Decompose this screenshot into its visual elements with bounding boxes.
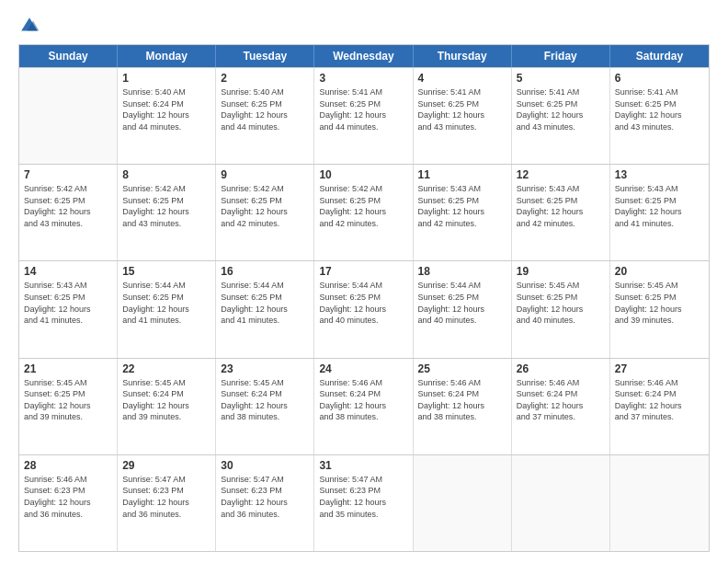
day-number: 17 xyxy=(319,265,407,278)
day-number: 29 xyxy=(122,459,210,472)
calendar-header-day: Monday xyxy=(118,45,216,67)
day-content: Sunrise: 5:41 AM Sunset: 6:25 PM Dayligh… xyxy=(418,86,506,132)
calendar-cell: 24Sunrise: 5:46 AM Sunset: 6:24 PM Dayli… xyxy=(314,359,413,454)
calendar-cell: 29Sunrise: 5:47 AM Sunset: 6:23 PM Dayli… xyxy=(118,455,216,551)
calendar-cell xyxy=(512,455,610,551)
calendar-cell: 18Sunrise: 5:44 AM Sunset: 6:25 PM Dayli… xyxy=(414,261,512,357)
calendar-cell: 14Sunrise: 5:43 AM Sunset: 6:25 PM Dayli… xyxy=(19,261,118,357)
day-content: Sunrise: 5:45 AM Sunset: 6:24 PM Dayligh… xyxy=(221,377,309,423)
calendar-header-day: Tuesday xyxy=(216,45,314,67)
day-content: Sunrise: 5:43 AM Sunset: 6:25 PM Dayligh… xyxy=(517,183,605,229)
calendar-header-day: Thursday xyxy=(414,45,512,67)
calendar-header-day: Friday xyxy=(512,45,610,67)
day-number: 9 xyxy=(221,168,309,181)
day-content: Sunrise: 5:46 AM Sunset: 6:24 PM Dayligh… xyxy=(418,377,506,423)
day-number: 4 xyxy=(418,72,506,85)
logo-icon xyxy=(18,15,40,37)
day-number: 6 xyxy=(615,72,704,85)
calendar-cell xyxy=(414,455,512,551)
calendar-body: 1Sunrise: 5:40 AM Sunset: 6:24 PM Daylig… xyxy=(19,67,709,551)
day-content: Sunrise: 5:40 AM Sunset: 6:25 PM Dayligh… xyxy=(221,86,309,132)
day-number: 26 xyxy=(517,362,605,375)
day-content: Sunrise: 5:42 AM Sunset: 6:25 PM Dayligh… xyxy=(122,183,210,229)
day-number: 20 xyxy=(615,265,704,278)
day-number: 8 xyxy=(122,168,210,181)
calendar-cell: 7Sunrise: 5:42 AM Sunset: 6:25 PM Daylig… xyxy=(19,165,118,260)
day-number: 2 xyxy=(221,72,309,85)
day-content: Sunrise: 5:43 AM Sunset: 6:25 PM Dayligh… xyxy=(615,183,704,229)
day-content: Sunrise: 5:42 AM Sunset: 6:25 PM Dayligh… xyxy=(24,183,112,229)
calendar-cell: 2Sunrise: 5:40 AM Sunset: 6:25 PM Daylig… xyxy=(216,68,314,164)
day-number: 3 xyxy=(319,72,407,85)
calendar-cell: 8Sunrise: 5:42 AM Sunset: 6:25 PM Daylig… xyxy=(118,165,216,260)
day-number: 5 xyxy=(517,72,605,85)
day-content: Sunrise: 5:46 AM Sunset: 6:24 PM Dayligh… xyxy=(615,377,704,423)
calendar-cell: 21Sunrise: 5:45 AM Sunset: 6:25 PM Dayli… xyxy=(19,359,118,454)
calendar-cell: 23Sunrise: 5:45 AM Sunset: 6:24 PM Dayli… xyxy=(216,359,314,454)
day-number: 11 xyxy=(418,168,506,181)
calendar-header: SundayMondayTuesdayWednesdayThursdayFrid… xyxy=(19,45,709,67)
calendar-cell: 27Sunrise: 5:46 AM Sunset: 6:24 PM Dayli… xyxy=(610,359,709,454)
calendar-cell: 31Sunrise: 5:47 AM Sunset: 6:23 PM Dayli… xyxy=(314,455,413,551)
day-content: Sunrise: 5:44 AM Sunset: 6:25 PM Dayligh… xyxy=(221,280,309,326)
day-number: 16 xyxy=(221,265,309,278)
calendar-cell: 15Sunrise: 5:44 AM Sunset: 6:25 PM Dayli… xyxy=(118,261,216,357)
day-content: Sunrise: 5:44 AM Sunset: 6:25 PM Dayligh… xyxy=(319,280,407,326)
day-content: Sunrise: 5:47 AM Sunset: 6:23 PM Dayligh… xyxy=(319,474,407,520)
calendar-cell xyxy=(19,68,118,164)
calendar-cell: 12Sunrise: 5:43 AM Sunset: 6:25 PM Dayli… xyxy=(512,165,610,260)
day-content: Sunrise: 5:44 AM Sunset: 6:25 PM Dayligh… xyxy=(418,280,506,326)
calendar-cell: 26Sunrise: 5:46 AM Sunset: 6:24 PM Dayli… xyxy=(512,359,610,454)
day-content: Sunrise: 5:41 AM Sunset: 6:25 PM Dayligh… xyxy=(517,86,605,132)
calendar-cell: 25Sunrise: 5:46 AM Sunset: 6:24 PM Dayli… xyxy=(414,359,512,454)
day-content: Sunrise: 5:46 AM Sunset: 6:23 PM Dayligh… xyxy=(24,474,112,520)
calendar-cell: 19Sunrise: 5:45 AM Sunset: 6:25 PM Dayli… xyxy=(512,261,610,357)
day-content: Sunrise: 5:45 AM Sunset: 6:25 PM Dayligh… xyxy=(517,280,605,326)
calendar-week: 28Sunrise: 5:46 AM Sunset: 6:23 PM Dayli… xyxy=(19,454,709,551)
calendar-cell: 3Sunrise: 5:41 AM Sunset: 6:25 PM Daylig… xyxy=(314,68,413,164)
header xyxy=(18,15,710,37)
calendar: SundayMondayTuesdayWednesdayThursdayFrid… xyxy=(18,44,710,552)
calendar-week: 1Sunrise: 5:40 AM Sunset: 6:24 PM Daylig… xyxy=(19,67,709,164)
day-number: 7 xyxy=(24,168,112,181)
calendar-cell: 16Sunrise: 5:44 AM Sunset: 6:25 PM Dayli… xyxy=(216,261,314,357)
day-number: 30 xyxy=(221,459,309,472)
day-content: Sunrise: 5:45 AM Sunset: 6:25 PM Dayligh… xyxy=(615,280,704,326)
calendar-cell: 10Sunrise: 5:42 AM Sunset: 6:25 PM Dayli… xyxy=(314,165,413,260)
day-number: 25 xyxy=(418,362,506,375)
day-content: Sunrise: 5:42 AM Sunset: 6:25 PM Dayligh… xyxy=(319,183,407,229)
day-content: Sunrise: 5:45 AM Sunset: 6:25 PM Dayligh… xyxy=(24,377,112,423)
calendar-cell: 17Sunrise: 5:44 AM Sunset: 6:25 PM Dayli… xyxy=(314,261,413,357)
day-content: Sunrise: 5:47 AM Sunset: 6:23 PM Dayligh… xyxy=(221,474,309,520)
calendar-cell: 1Sunrise: 5:40 AM Sunset: 6:24 PM Daylig… xyxy=(118,68,216,164)
day-number: 18 xyxy=(418,265,506,278)
day-number: 1 xyxy=(122,72,210,85)
calendar-cell: 22Sunrise: 5:45 AM Sunset: 6:24 PM Dayli… xyxy=(118,359,216,454)
day-content: Sunrise: 5:43 AM Sunset: 6:25 PM Dayligh… xyxy=(24,280,112,326)
day-content: Sunrise: 5:47 AM Sunset: 6:23 PM Dayligh… xyxy=(122,474,210,520)
day-number: 14 xyxy=(24,265,112,278)
day-content: Sunrise: 5:46 AM Sunset: 6:24 PM Dayligh… xyxy=(319,377,407,423)
day-content: Sunrise: 5:44 AM Sunset: 6:25 PM Dayligh… xyxy=(122,280,210,326)
calendar-cell: 20Sunrise: 5:45 AM Sunset: 6:25 PM Dayli… xyxy=(610,261,709,357)
calendar-cell: 5Sunrise: 5:41 AM Sunset: 6:25 PM Daylig… xyxy=(512,68,610,164)
day-number: 15 xyxy=(122,265,210,278)
day-content: Sunrise: 5:46 AM Sunset: 6:24 PM Dayligh… xyxy=(517,377,605,423)
day-content: Sunrise: 5:43 AM Sunset: 6:25 PM Dayligh… xyxy=(418,183,506,229)
page: SundayMondayTuesdayWednesdayThursdayFrid… xyxy=(0,0,728,563)
calendar-week: 14Sunrise: 5:43 AM Sunset: 6:25 PM Dayli… xyxy=(19,260,709,357)
day-number: 19 xyxy=(517,265,605,278)
day-number: 12 xyxy=(517,168,605,181)
day-number: 27 xyxy=(615,362,704,375)
calendar-week: 7Sunrise: 5:42 AM Sunset: 6:25 PM Daylig… xyxy=(19,164,709,260)
day-content: Sunrise: 5:45 AM Sunset: 6:24 PM Dayligh… xyxy=(122,377,210,423)
day-number: 28 xyxy=(24,459,112,472)
calendar-cell: 13Sunrise: 5:43 AM Sunset: 6:25 PM Dayli… xyxy=(610,165,709,260)
day-number: 21 xyxy=(24,362,112,375)
day-content: Sunrise: 5:41 AM Sunset: 6:25 PM Dayligh… xyxy=(615,86,704,132)
calendar-cell xyxy=(610,455,709,551)
calendar-cell: 4Sunrise: 5:41 AM Sunset: 6:25 PM Daylig… xyxy=(414,68,512,164)
day-number: 22 xyxy=(122,362,210,375)
calendar-cell: 30Sunrise: 5:47 AM Sunset: 6:23 PM Dayli… xyxy=(216,455,314,551)
day-content: Sunrise: 5:41 AM Sunset: 6:25 PM Dayligh… xyxy=(319,86,407,132)
